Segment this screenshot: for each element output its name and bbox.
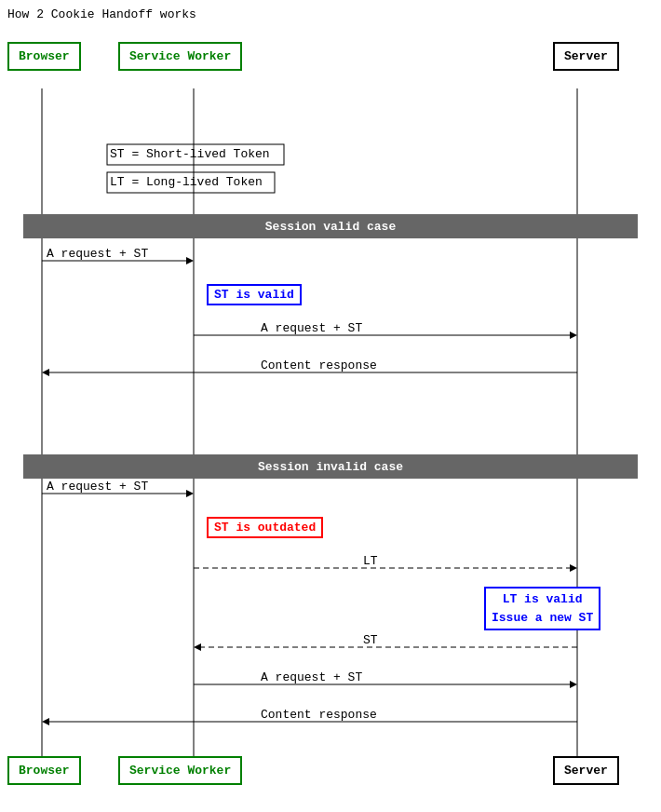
st-definition: ST = Short-lived Token — [110, 147, 270, 161]
st-valid-label: ST is valid — [207, 284, 302, 305]
st-outdated-label: ST is outdated — [207, 517, 323, 538]
browser-actor-bottom: Browser — [7, 756, 81, 785]
msg-request-st-forward-1: A request + ST — [261, 321, 362, 335]
svg-marker-16 — [194, 643, 201, 651]
svg-marker-6 — [186, 257, 194, 264]
svg-marker-10 — [42, 369, 49, 376]
server-actor-top: Server — [553, 42, 619, 71]
diagram: How 2 Cookie Handoff works — [0, 0, 661, 812]
session-valid-bar: Session valid case — [23, 214, 638, 238]
page-title: How 2 Cookie Handoff works — [7, 7, 196, 21]
msg-request-st-2: A request + ST — [47, 480, 148, 494]
server-actor-bottom: Server — [553, 756, 619, 785]
msg-content-response-2: Content response — [261, 708, 377, 722]
svg-marker-14 — [570, 564, 577, 572]
msg-st: ST — [363, 633, 378, 647]
msg-request-st-forward-2: A request + ST — [261, 670, 362, 684]
service-worker-actor-bottom: Service Worker — [118, 756, 242, 785]
msg-content-response-1: Content response — [261, 359, 377, 372]
msg-request-st-1: A request + ST — [47, 247, 148, 261]
browser-actor-top: Browser — [7, 42, 81, 71]
service-worker-actor-top: Service Worker — [118, 42, 242, 71]
svg-marker-18 — [570, 681, 577, 688]
lt-definition: LT = Long-lived Token — [110, 175, 263, 189]
svg-marker-12 — [186, 490, 194, 497]
lt-valid-label: LT is valid Issue a new ST — [484, 587, 600, 630]
svg-marker-8 — [570, 332, 577, 339]
svg-marker-20 — [42, 718, 49, 725]
msg-lt: LT — [363, 554, 378, 568]
session-invalid-bar: Session invalid case — [23, 454, 638, 479]
